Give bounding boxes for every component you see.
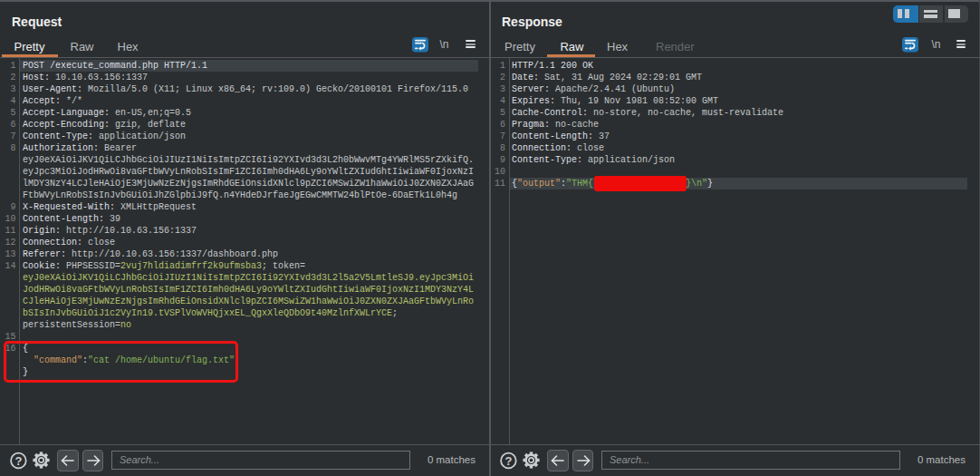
svg-text:?: ? xyxy=(504,454,512,468)
svg-text:?: ? xyxy=(14,454,22,468)
